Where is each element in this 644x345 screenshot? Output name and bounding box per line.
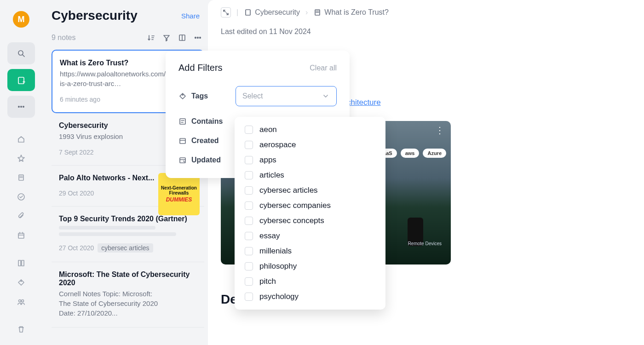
checkbox[interactable] <box>245 277 253 286</box>
note-card-snippet: Cornell Notes Topic: Microsoft: The Stat… <box>59 289 165 318</box>
note-card-tag: cybersec articles <box>98 243 153 253</box>
attachment-icon[interactable] <box>15 210 28 223</box>
note-card-title: Microsoft: The State of Cybersecurity 20… <box>59 270 197 287</box>
filter-label-updated: Updated <box>191 156 221 164</box>
checkbox[interactable] <box>245 247 253 255</box>
tag-option-label: psychology <box>259 292 299 301</box>
notebook-title: Cybersecurity <box>52 8 138 23</box>
tag-option[interactable]: cybersec concepts <box>245 216 375 225</box>
hero-menu-icon[interactable]: ⋮ <box>435 125 444 136</box>
checkbox[interactable] <box>245 262 253 270</box>
expand-icon[interactable] <box>221 7 231 17</box>
share-button[interactable]: Share <box>181 12 200 20</box>
view-icon[interactable] <box>178 33 187 42</box>
tag-option[interactable]: articles <box>245 171 375 180</box>
star-icon[interactable] <box>15 152 28 165</box>
tag-option[interactable]: pitch <box>245 277 375 286</box>
tag-option-label: articles <box>259 171 284 180</box>
note-card[interactable]: Microsoft: The State of Cybersecurity 20… <box>52 262 204 328</box>
clear-all-button[interactable]: Clear all <box>310 64 337 72</box>
hero-cloud-badge: Azure <box>423 149 446 158</box>
note-count: 9 notes <box>52 34 75 42</box>
tag-option-label: pitch <box>259 277 276 286</box>
tag-icon <box>178 92 187 100</box>
checkbox[interactable] <box>245 141 253 149</box>
tags-select[interactable]: Select <box>236 86 337 106</box>
svg-point-20 <box>22 300 24 302</box>
tag-option-label: cybersec concepts <box>259 216 324 225</box>
svg-point-24 <box>197 37 199 39</box>
tasks-icon[interactable] <box>15 190 28 203</box>
breadcrumb-note-label: What is Zero Trust? <box>324 8 389 17</box>
select-placeholder: Select <box>242 92 263 100</box>
svg-rect-34 <box>180 138 185 144</box>
tags-icon[interactable] <box>15 276 28 289</box>
created-icon <box>178 137 187 145</box>
svg-line-1 <box>23 55 24 57</box>
note-card[interactable]: Top 9 Security Trends 2020 (Gartner)27 O… <box>52 207 204 262</box>
hero-label-remote: Remote Devices <box>408 241 442 246</box>
left-rail: M <box>0 0 42 345</box>
breadcrumb-note[interactable]: What is Zero Trust? <box>313 8 389 17</box>
search-icon <box>17 49 25 58</box>
new-note-button[interactable] <box>7 69 35 91</box>
trash-icon[interactable] <box>15 323 28 336</box>
tag-option[interactable]: cybersec articles <box>245 186 375 195</box>
svg-point-7 <box>23 106 24 107</box>
tag-option-label: philosophy <box>259 262 297 271</box>
checkbox[interactable] <box>245 293 253 301</box>
checkbox[interactable] <box>245 201 253 210</box>
search-button[interactable] <box>7 42 35 64</box>
notebook-icon <box>244 8 252 17</box>
sort-icon[interactable] <box>146 33 155 42</box>
tag-option[interactable]: cybersec companies <box>245 201 375 210</box>
notes-icon[interactable] <box>15 171 28 184</box>
more-button[interactable] <box>7 96 35 118</box>
svg-rect-26 <box>246 10 250 15</box>
tag-option[interactable]: philosophy <box>245 262 375 271</box>
tag-option-label: aerospace <box>259 140 296 150</box>
new-note-icon <box>17 76 25 84</box>
tag-option[interactable]: apps <box>245 155 375 165</box>
svg-point-30 <box>182 94 183 95</box>
breadcrumb-notebook-label: Cybersecurity <box>255 8 300 17</box>
more-options-icon[interactable] <box>193 33 202 42</box>
notebooks-icon[interactable] <box>15 257 28 270</box>
checkbox[interactable] <box>245 217 253 225</box>
filter-popup-title: Add Filters <box>178 63 223 73</box>
calendar-icon[interactable] <box>15 229 28 242</box>
tag-option-label: essay <box>259 231 280 241</box>
filter-label-created: Created <box>191 137 219 145</box>
contains-icon <box>178 117 187 126</box>
note-card-title: Top 9 Security Trends 2020 (Gartner) <box>59 215 197 223</box>
checkbox[interactable] <box>245 156 253 164</box>
updated-icon <box>178 156 187 164</box>
home-icon[interactable] <box>15 132 28 145</box>
tag-option-label: apps <box>259 155 276 165</box>
svg-point-23 <box>195 37 196 39</box>
svg-point-18 <box>21 281 22 282</box>
shared-icon[interactable] <box>15 295 28 308</box>
checkbox[interactable] <box>245 126 253 134</box>
tag-option-label: cybersec companies <box>259 201 331 210</box>
tag-option[interactable]: psychology <box>245 292 375 301</box>
breadcrumb: | Cybersecurity › What is Zero Trust? <box>221 7 631 17</box>
tag-option-label: cybersec articles <box>259 186 318 195</box>
tag-option[interactable]: essay <box>245 231 375 241</box>
breadcrumb-notebook[interactable]: Cybersecurity <box>244 8 300 17</box>
checkbox[interactable] <box>245 186 253 195</box>
tags-dropdown: aeonaerospaceappsarticlescybersec articl… <box>235 117 385 310</box>
filter-label-tags: Tags <box>191 92 208 100</box>
tag-option[interactable]: aerospace <box>245 140 375 150</box>
checkbox[interactable] <box>245 171 253 179</box>
filter-label-contains: Contains <box>191 117 223 126</box>
tag-option[interactable]: millenials <box>245 247 375 256</box>
filter-icon[interactable] <box>162 33 171 42</box>
ellipsis-icon <box>17 103 25 111</box>
svg-rect-16 <box>18 260 21 266</box>
tag-option[interactable]: aeon <box>245 125 375 134</box>
checkbox[interactable] <box>245 232 253 240</box>
note-card-meta: 27 Oct 2020cybersec articles <box>59 243 197 253</box>
last-edited: Last edited on 11 Nov 2024 <box>221 28 631 36</box>
avatar[interactable]: M <box>13 11 29 28</box>
